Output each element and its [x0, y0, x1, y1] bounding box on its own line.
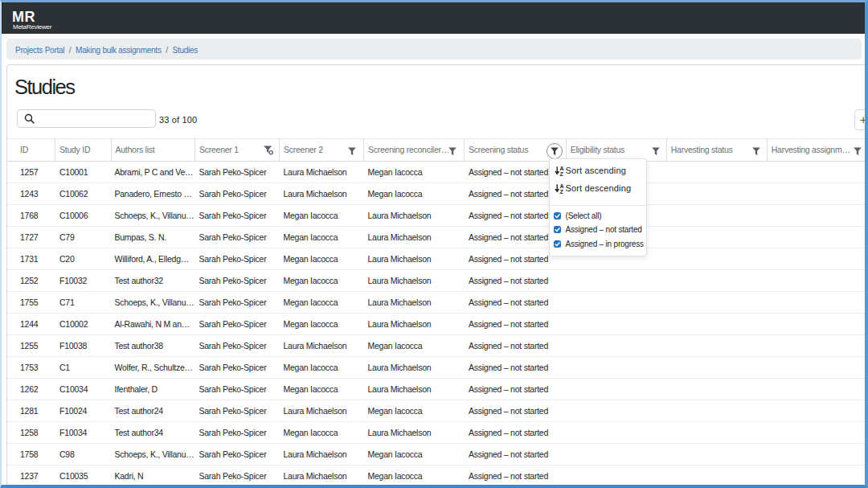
svg-text:Z: Z	[560, 189, 564, 194]
svg-text:Z: Z	[560, 171, 564, 176]
